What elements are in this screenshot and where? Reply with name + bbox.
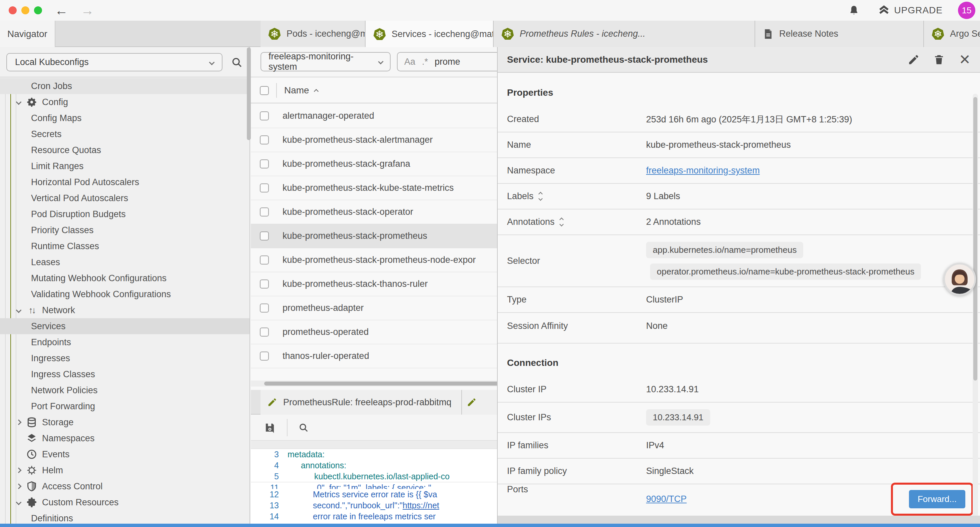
sidebar-item-storage[interactable]: Storage (0, 414, 250, 430)
tab-pods-icecheng-mathmas[interactable]: Pods - icecheng@mathmas... (261, 21, 366, 47)
forward-button[interactable]: Forward... (909, 490, 965, 508)
kubernetes-icon (501, 27, 514, 41)
sidebar-item-events[interactable]: Events (0, 446, 250, 462)
minimize-window-button[interactable] (21, 6, 29, 14)
tab-label: Argo Se (950, 29, 980, 39)
sidebar-item-custom-resources[interactable]: Custom Resources (0, 494, 250, 510)
row-checkbox[interactable] (260, 135, 269, 145)
sidebar-scrollbar[interactable] (247, 47, 251, 140)
row-checkbox[interactable] (260, 111, 269, 120)
edit-pencil-icon[interactable] (908, 54, 920, 66)
sidebar-item-resource-quotas[interactable]: Resource Quotas (0, 142, 250, 158)
sidebar-item-config[interactable]: Config (0, 94, 250, 110)
row-checkbox[interactable] (260, 183, 269, 193)
editor-tab-prometheusrule[interactable]: PrometheusRule: freeleaps-prod-rabbitmq (261, 390, 462, 415)
sidebar-item-endpoints[interactable]: Endpoints (0, 334, 250, 350)
upgrade-label: UPGRADE (894, 5, 943, 16)
port-link[interactable]: 9090/TCP (646, 494, 687, 504)
save-icon[interactable] (264, 422, 275, 433)
row-checkbox[interactable] (260, 304, 269, 312)
chevron-right-icon[interactable] (16, 484, 22, 489)
sidebar-item-access-control[interactable]: Access Control (0, 478, 250, 494)
row-checkbox[interactable] (260, 231, 269, 240)
chevron-down-icon[interactable] (16, 500, 22, 505)
sidebar-item-port-forwarding[interactable]: Port Forwarding (0, 398, 250, 414)
close-window-button[interactable] (9, 6, 17, 14)
sidebar-item-pod-disruption-budgets[interactable]: Pod Disruption Budgets (0, 206, 250, 222)
detail-row-session-affinity: Session AffinityNone (498, 313, 980, 344)
detail-row-label: Labels (498, 191, 646, 201)
detail-row-label: Name (498, 140, 646, 150)
sidebar-item-network[interactable]: ↑↓Network (0, 302, 250, 318)
service-name: kube-prometheus-stack-prometheus (283, 231, 427, 241)
tab-prometheus-rules-icecheng[interactable]: Prometheus Rules - icecheng... (494, 21, 755, 47)
name-column-header[interactable]: Name (284, 85, 318, 96)
kubeconfig-selector[interactable]: Local Kubeconfigs (6, 53, 223, 72)
sidebar-item-priority-classes[interactable]: Priority Classes (0, 222, 250, 238)
sidebar-item-definitions[interactable]: Definitions (0, 510, 250, 524)
chevron-down-icon[interactable] (16, 99, 22, 105)
value-chip: 10.233.14.91 (646, 409, 710, 426)
regex-toggle[interactable]: .* (422, 57, 428, 67)
detail-row-label: Annotations (498, 217, 646, 227)
row-checkbox[interactable] (260, 280, 269, 288)
sidebar-item-namespaces[interactable]: Namespaces (0, 430, 250, 446)
tab-release-notes[interactable]: Release Notes (755, 21, 924, 47)
row-checkbox[interactable] (260, 255, 269, 264)
sidebar-item-network-policies[interactable]: Network Policies (0, 382, 250, 398)
delete-trash-icon[interactable] (933, 54, 945, 66)
sidebar-item-secrets[interactable]: Secrets (0, 126, 250, 142)
scrollbar-thumb[interactable] (973, 97, 977, 381)
database-icon (26, 417, 37, 428)
sidebar-item-vertical-pod-autoscalers[interactable]: Vertical Pod Autoscalers (0, 190, 250, 206)
chevron-right-icon[interactable] (16, 420, 22, 425)
upgrade-button[interactable]: UPGRADE (878, 5, 943, 16)
search-icon[interactable] (231, 56, 243, 68)
namespace-link[interactable]: freeleaps-monitoring-system (646, 166, 760, 176)
sidebar-item-mutating-webhook-configurations[interactable]: Mutating Webhook Configurations (0, 270, 250, 286)
notifications-bell-icon[interactable] (848, 5, 859, 16)
tab-argo-se[interactable]: Argo Se (924, 21, 980, 47)
kubernetes-icon (268, 27, 281, 41)
sidebar-item-limit-ranges[interactable]: Limit Ranges (0, 158, 250, 174)
close-icon[interactable]: ✕ (959, 53, 970, 67)
row-checkbox[interactable] (260, 352, 269, 361)
sidebar-item-leases[interactable]: Leases (0, 254, 250, 270)
line-number: 13 (251, 500, 288, 511)
detail-scrollbar[interactable] (973, 94, 978, 524)
namespace-selector[interactable]: freeleaps-monitoring-system (261, 52, 391, 72)
sidebar-item-cron-jobs[interactable]: Cron Jobs (0, 78, 250, 94)
sidebar-item-services[interactable]: Services (0, 318, 250, 334)
avatar[interactable] (943, 263, 976, 296)
chevron-down-icon[interactable] (16, 307, 22, 313)
match-case-toggle[interactable]: Aa (404, 57, 415, 67)
editor-search-icon[interactable] (298, 422, 309, 433)
notification-count-badge[interactable]: 15 (958, 2, 975, 19)
sidebar-item-horizontal-pod-autoscalers[interactable]: Horizontal Pod Autoscalers (0, 174, 250, 190)
sidebar-item-config-maps[interactable]: Config Maps (0, 110, 250, 126)
zoom-window-button[interactable] (34, 6, 42, 14)
table-search-input[interactable]: Aa .* prome (397, 52, 507, 72)
editor-tab-label: PrometheusRule: freeleaps-prod-rabbitmq (283, 397, 451, 408)
chevron-right-icon[interactable] (16, 468, 22, 473)
sidebar-item-runtime-classes[interactable]: Runtime Classes (0, 238, 250, 254)
sidebar-item-validating-webhook-configurations[interactable]: Validating Webhook Configurations (0, 286, 250, 302)
row-checkbox[interactable] (260, 159, 269, 169)
tab-navigator[interactable]: Navigator (0, 21, 56, 47)
select-all-checkbox[interactable] (260, 86, 269, 95)
back-button[interactable]: ← (55, 4, 68, 17)
tab-services-icecheng-math[interactable]: Services - icecheng@math...✕ (366, 21, 494, 48)
forward-button[interactable]: → (81, 4, 94, 17)
sidebar-item-label: Resource Quotas (31, 145, 101, 155)
sidebar-item-helm[interactable]: Helm (0, 462, 250, 478)
sidebar-item-ingresses[interactable]: Ingresses (0, 350, 250, 366)
row-checkbox[interactable] (260, 328, 269, 336)
yaml-text: kubectl.kubernetes.io/last-applied-co (314, 471, 450, 481)
expander-icon[interactable] (560, 218, 563, 226)
name-column-label: Name (284, 85, 309, 96)
shield-icon (26, 481, 37, 492)
detail-row-annotations: Annotations2 Annotations (498, 209, 980, 235)
row-checkbox[interactable] (260, 207, 269, 217)
expander-icon[interactable] (539, 193, 542, 200)
sidebar-item-ingress-classes[interactable]: Ingress Classes (0, 366, 250, 382)
